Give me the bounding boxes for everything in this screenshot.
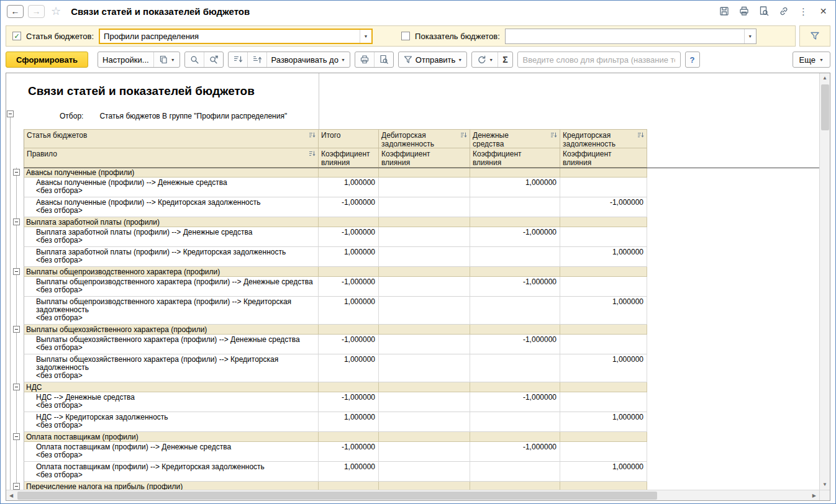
favorite-star-icon[interactable]: ☆ [51, 4, 61, 18]
sort-icon[interactable] [550, 132, 558, 138]
rule-cell[interactable]: Выплата заработной платы (профили) --> К… [24, 247, 319, 267]
more-dots-icon[interactable]: ⋮ [797, 6, 809, 17]
column-header[interactable]: Коэффициент влияния [379, 148, 470, 168]
column-header[interactable]: Коэффициент влияния [319, 148, 379, 168]
value-cell[interactable] [470, 412, 560, 432]
group-row[interactable]: НДС [6, 382, 819, 392]
rule-cell[interactable]: НДС --> Денежные средства<без отбора> [24, 392, 319, 412]
value-cell[interactable] [560, 227, 647, 247]
value-cell[interactable]: -1,000000 [470, 227, 560, 247]
value-cell[interactable] [470, 197, 560, 217]
value-cell[interactable]: 1,000000 [560, 354, 647, 382]
value-cell[interactable]: -1,000000 [319, 335, 379, 354]
expand-to-button[interactable]: Разворачивать до ▼ [267, 52, 350, 67]
scroll-left-icon[interactable]: ◀ [9, 493, 13, 498]
autosum-button[interactable]: Σ [498, 52, 512, 67]
column-header[interactable]: Статья бюджетов [24, 129, 319, 148]
value-cell[interactable]: 1,000000 [560, 297, 647, 325]
value-cell[interactable]: -1,000000 [470, 442, 560, 462]
value-cell[interactable]: -1,000000 [470, 335, 560, 354]
table-row[interactable]: Авансы полученные (профили) --> Денежные… [6, 178, 819, 197]
value-cell[interactable]: 1,000000 [560, 247, 647, 267]
group-name-cell[interactable]: Оплата поставщикам (профили) [24, 432, 319, 442]
report-variants-button[interactable]: ▼ [154, 52, 179, 67]
table-row[interactable]: Выплаты общехозяйственного характера (пр… [6, 335, 819, 354]
funnel-icon[interactable] [809, 30, 821, 42]
value-cell[interactable] [379, 247, 470, 267]
value-cell[interactable] [379, 392, 470, 412]
rule-cell[interactable]: Выплаты общепроизводственного характера … [24, 297, 319, 325]
sort-descending-icon[interactable] [229, 52, 247, 67]
value-cell[interactable] [560, 335, 647, 354]
change-variant-button[interactable]: ▼ [472, 52, 498, 67]
more-button[interactable]: Еще ▼ [793, 52, 830, 68]
rule-cell[interactable]: Выплаты общехозяйственного характера (пр… [24, 335, 319, 354]
value-cell[interactable] [379, 412, 470, 432]
help-button[interactable]: ? [685, 52, 700, 68]
scroll-down-icon[interactable]: ▼ [822, 482, 827, 487]
indicator-combo-dropdown-button[interactable]: ▼ [744, 29, 756, 43]
column-header[interactable]: Коэффициент влияния [470, 148, 560, 168]
vertical-scrollbar[interactable]: ▲ ▼ [819, 73, 830, 490]
horizontal-scrollbar[interactable]: ◀ ▶ [6, 490, 819, 500]
value-cell[interactable]: 1,000000 [560, 462, 647, 482]
collapse-group-button[interactable] [13, 268, 20, 275]
value-cell[interactable] [379, 277, 470, 297]
column-header[interactable]: Коэффициент влияния [560, 148, 647, 168]
table-row[interactable]: Выплаты общепроизводственного характера … [6, 297, 819, 325]
value-cell[interactable]: -1,000000 [319, 197, 379, 217]
save-icon[interactable] [718, 6, 730, 17]
indicator-checkbox[interactable] [401, 32, 410, 40]
table-row[interactable]: Авансы полученные (профили) --> Кредитор… [6, 197, 819, 217]
value-cell[interactable] [470, 354, 560, 382]
column-header[interactable]: Дебиторская задолженность [379, 129, 470, 148]
generate-button[interactable]: Сформировать [6, 52, 88, 68]
value-cell[interactable]: -1,000000 [470, 277, 560, 297]
value-cell[interactable]: -1,000000 [560, 197, 647, 217]
collapse-group-button[interactable] [13, 218, 20, 225]
print-icon[interactable] [355, 52, 374, 67]
rule-cell[interactable]: НДС --> Кредиторская задолженность<без о… [24, 412, 319, 432]
rule-cell[interactable]: Авансы полученные (профили) --> Денежные… [24, 178, 319, 197]
vertical-scroll-thumb[interactable] [821, 84, 829, 130]
value-cell[interactable] [560, 392, 647, 412]
group-name-cell[interactable]: Выплаты общепроизводственного характера … [24, 267, 319, 277]
print-preview-icon[interactable] [375, 52, 393, 67]
value-cell[interactable]: 1,000000 [319, 412, 379, 432]
article-filter-input[interactable] [100, 30, 360, 43]
settings-button[interactable]: Настройки... [98, 52, 153, 67]
value-cell[interactable]: 1,000000 [319, 354, 379, 382]
sort-ascending-icon[interactable] [248, 52, 266, 67]
value-cell[interactable]: -1,000000 [319, 277, 379, 297]
article-checkbox[interactable]: ✓ [12, 32, 21, 40]
indicator-filter-input[interactable] [506, 29, 744, 43]
group-name-cell[interactable]: Перечисление налога на прибыль (профили) [24, 482, 319, 490]
back-button[interactable]: ← [7, 5, 24, 18]
value-cell[interactable] [560, 277, 647, 297]
rule-cell[interactable]: Оплата поставщикам (профили) --> Денежны… [24, 442, 319, 462]
group-name-cell[interactable]: НДС [24, 382, 319, 392]
value-cell[interactable] [379, 227, 470, 247]
collapse-group-button[interactable] [13, 169, 20, 176]
collapse-group-button[interactable] [13, 483, 20, 490]
group-row[interactable]: Оплата поставщикам (профили) [6, 432, 819, 442]
rule-cell[interactable]: Выплаты общепроизводственного характера … [24, 277, 319, 297]
value-cell[interactable]: -1,000000 [319, 442, 379, 462]
rule-cell[interactable]: Выплаты общехозяйственного характера (пр… [24, 354, 319, 382]
scroll-right-icon[interactable]: ▶ [812, 493, 816, 498]
forward-button[interactable]: → [28, 5, 45, 18]
rule-cell[interactable]: Выплата заработной платы (профили) --> Д… [24, 227, 319, 247]
rule-cell[interactable]: Авансы полученные (профили) --> Кредитор… [24, 197, 319, 217]
table-row[interactable]: Выплаты общепроизводственного характера … [6, 277, 819, 297]
value-cell[interactable] [470, 247, 560, 267]
value-cell[interactable] [379, 442, 470, 462]
collapse-group-button[interactable] [13, 384, 20, 390]
column-header[interactable]: Денежные средства [470, 129, 560, 148]
group-row[interactable]: Перечисление налога на прибыль (профили) [6, 482, 819, 490]
value-cell[interactable]: 1,000000 [470, 178, 560, 197]
table-row[interactable]: Выплата заработной платы (профили) --> К… [6, 247, 819, 267]
value-cell[interactable]: 1,000000 [560, 412, 647, 432]
sort-icon[interactable] [309, 150, 316, 157]
value-cell[interactable] [470, 297, 560, 325]
column-header[interactable]: Итого [319, 129, 379, 148]
